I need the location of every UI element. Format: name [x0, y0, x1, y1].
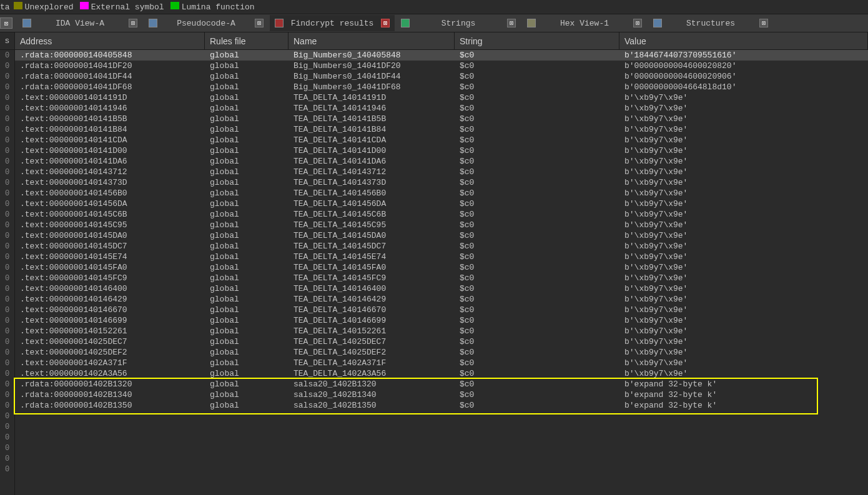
cell-value: b'\xb9y7\x9e' — [619, 167, 868, 177]
cell-address: .text:000000014025DEC7 — [15, 337, 205, 346]
cell-rules: global — [205, 273, 289, 283]
col-name[interactable]: Name — [289, 32, 455, 49]
cell-string: $c0 — [455, 72, 619, 81]
tab-close-icon[interactable]: ⊠ — [255, 19, 264, 27]
cell-rules: global — [205, 242, 289, 251]
tab-findcrypt-results[interactable]: Findcrypt results⊠ — [270, 15, 395, 31]
cell-value: b'expand 32-byte k' — [619, 380, 868, 389]
cell-address: .text:0000000140141D00 — [15, 146, 205, 155]
tab-ida-view-a[interactable]: IDA View-A⊠ — [17, 15, 142, 31]
col-rules[interactable]: Rules file — [205, 32, 289, 49]
table-row[interactable]: .text:0000000140143712globalTEA_DELTA_14… — [15, 167, 868, 177]
cell-string: $c0 — [455, 114, 619, 124]
cell-string: $c0 — [455, 348, 619, 357]
table-row[interactable]: .text:0000000140145C6BglobalTEA_DELTA_14… — [15, 209, 868, 220]
cell-address: .text:0000000140145DA0 — [15, 231, 205, 240]
cell-address: .text:0000000140141DA6 — [15, 157, 205, 166]
tab-hex-view-1[interactable]: Hex View-1⊠ — [522, 15, 647, 31]
table-row[interactable]: .text:0000000140145C95globalTEA_DELTA_14… — [15, 220, 868, 230]
cell-value: b'\xb9y7\x9e' — [619, 178, 868, 187]
gutter-line: 0 — [0, 252, 14, 262]
table-row[interactable]: .text:000000014025DEC7globalTEA_DELTA_14… — [15, 336, 868, 347]
cell-name: salsa20_1402B1340 — [289, 390, 455, 399]
table-row[interactable]: .rdata:000000014041DF68globalBig_Numbers… — [15, 82, 868, 92]
cell-value: b'\xb9y7\x9e' — [619, 305, 868, 315]
table-row[interactable]: .rdata:000000014041DF20globalBig_Numbers… — [15, 61, 868, 71]
cell-string: $c0 — [455, 51, 619, 60]
cell-string: $c0 — [455, 369, 619, 378]
table-row[interactable]: .text:000000014025DEF2globalTEA_DELTA_14… — [15, 347, 868, 358]
table-row[interactable]: .text:0000000140145DA0globalTEA_DELTA_14… — [15, 230, 868, 241]
tab-close-icon[interactable]: ⊠ — [129, 19, 137, 27]
gutter-line: 0 — [0, 464, 14, 474]
gutter-header: s — [0, 32, 14, 50]
table-row[interactable]: .text:00000001402A3A56globalTEA_DELTA_14… — [15, 368, 868, 379]
cell-rules: global — [205, 305, 289, 315]
cell-value: b'\xb9y7\x9e' — [619, 369, 868, 378]
cell-rules: global — [205, 157, 289, 166]
cell-string: $c0 — [455, 242, 619, 251]
table-row[interactable]: .text:0000000140145FC9globalTEA_DELTA_14… — [15, 273, 868, 283]
cell-rules: global — [205, 189, 289, 198]
cell-address: .rdata:000000014041DF20 — [15, 61, 205, 71]
table-row[interactable]: .text:00000001402A371FglobalTEA_DELTA_14… — [15, 358, 868, 368]
table-row[interactable]: .text:0000000140141CDAglobalTEA_DELTA_14… — [15, 135, 868, 145]
tab-pseudocode-a[interactable]: Pseudocode-A⊠ — [144, 15, 269, 31]
table-row[interactable]: .rdata:00000001402B1320globalsalsa20_140… — [15, 379, 868, 390]
table-row[interactable]: .text:0000000140141DA6globalTEA_DELTA_14… — [15, 156, 868, 167]
table-row[interactable]: .text:0000000140146699globalTEA_DELTA_14… — [15, 315, 868, 326]
table-row[interactable]: .text:0000000140146400globalTEA_DELTA_14… — [15, 283, 868, 294]
table-row[interactable]: .text:000000014014373DglobalTEA_DELTA_14… — [15, 177, 868, 188]
tab-label: Findcrypt results — [287, 19, 377, 28]
gutter-line: 0 — [0, 198, 14, 209]
table-row[interactable]: .text:00000001401456DAglobalTEA_DELTA_14… — [15, 198, 868, 209]
tab-icon — [653, 19, 662, 27]
cell-string: $c0 — [455, 199, 619, 208]
cell-name: TEA_DELTA_140145C95 — [289, 220, 455, 230]
table-row[interactable]: .rdata:00000001402B1350globalsalsa20_140… — [15, 400, 868, 411]
cell-string: $c0 — [455, 337, 619, 346]
cell-address: .text:0000000140141B5B — [15, 114, 205, 124]
panel-close-icon[interactable]: ⊠ — [0, 17, 12, 29]
cell-string: $c0 — [455, 326, 619, 336]
table-row[interactable]: .text:000000014014191DglobalTEA_DELTA_14… — [15, 92, 868, 103]
cell-value: b'\xb9y7\x9e' — [619, 284, 868, 293]
table-row[interactable]: .text:0000000140152261globalTEA_DELTA_14… — [15, 326, 868, 336]
cell-string: $c0 — [455, 157, 619, 166]
tab-label: IDA View-A — [35, 19, 125, 28]
cell-name: TEA_DELTA_140145DA0 — [289, 231, 455, 240]
gutter-line: 0 — [0, 400, 14, 411]
gutter-line: 0 — [0, 209, 14, 220]
gutter-line: 0 — [0, 145, 14, 156]
table-row[interactable]: .text:0000000140141B84globalTEA_DELTA_14… — [15, 124, 868, 135]
table-row[interactable]: .text:0000000140146429globalTEA_DELTA_14… — [15, 294, 868, 305]
table-row[interactable]: .text:0000000140145DC7globalTEA_DELTA_14… — [15, 241, 868, 252]
tab-close-icon[interactable]: ⊠ — [381, 19, 390, 27]
cell-value: b'\xb9y7\x9e' — [619, 242, 868, 251]
col-string[interactable]: String — [455, 32, 619, 49]
table-body[interactable]: .rdata:0000000140405848globalBig_Numbers… — [15, 50, 868, 411]
table-row[interactable]: .text:0000000140145E74globalTEA_DELTA_14… — [15, 252, 868, 262]
table-row[interactable]: .text:0000000140145FA0globalTEA_DELTA_14… — [15, 262, 868, 273]
cell-rules: global — [205, 337, 289, 346]
gutter-line: 0 — [0, 336, 14, 347]
table-row[interactable]: .text:0000000140141B5BglobalTEA_DELTA_14… — [15, 114, 868, 124]
tab-close-icon[interactable]: ⊠ — [633, 19, 642, 27]
cell-name: TEA_DELTA_140146400 — [289, 284, 455, 293]
table-row[interactable]: .text:0000000140141946globalTEA_DELTA_14… — [15, 103, 868, 114]
table-row[interactable]: .text:0000000140141D00globalTEA_DELTA_14… — [15, 145, 868, 156]
cell-address: .text:000000014014191D — [15, 93, 205, 102]
table-row[interactable]: .rdata:00000001402B1340globalsalsa20_140… — [15, 390, 868, 400]
table-row[interactable]: .text:00000001401456B0globalTEA_DELTA_14… — [15, 188, 868, 198]
table-row[interactable]: .text:0000000140146670globalTEA_DELTA_14… — [15, 305, 868, 315]
table-row[interactable]: .rdata:000000014041DF44globalBig_Numbers… — [15, 71, 868, 82]
tab-structures[interactable]: Structures⊠ — [648, 15, 773, 31]
col-value[interactable]: Value — [619, 32, 868, 49]
tab-strings[interactable]: Strings⊠ — [396, 15, 521, 31]
col-address[interactable]: Address — [15, 32, 205, 49]
table-row[interactable]: .rdata:0000000140405848globalBig_Numbers… — [15, 50, 868, 61]
tab-close-icon[interactable]: ⊠ — [759, 19, 768, 27]
cell-string: $c0 — [455, 273, 619, 283]
cell-value: b'\xb9y7\x9e' — [619, 295, 868, 304]
tab-close-icon[interactable]: ⊠ — [507, 19, 516, 27]
